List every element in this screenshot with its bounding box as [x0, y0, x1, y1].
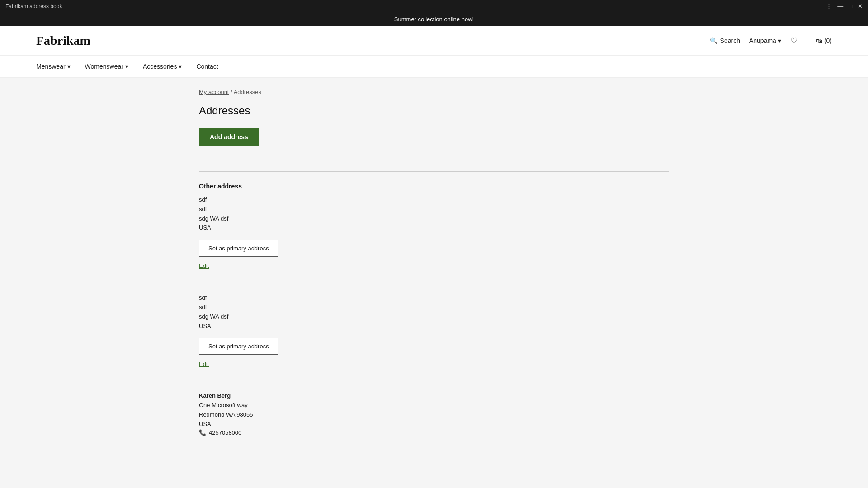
main-content: My account / Addresses Addresses Add add…	[163, 78, 705, 472]
top-banner: Summer collection online now!	[0, 12, 868, 26]
chevron-down-icon: ▾	[67, 63, 71, 70]
address-line: USA	[199, 223, 669, 233]
search-button[interactable]: 🔍 Search	[710, 37, 740, 44]
window-maximize-icon[interactable]: □	[849, 3, 852, 9]
section-divider	[199, 171, 669, 172]
header-right: 🔍 Search Anupama ▾ ♡ 🛍 (0)	[710, 35, 832, 46]
address-line: Redmond WA 98055	[199, 410, 669, 420]
nav-label-womenswear: Womenswear	[85, 63, 123, 70]
edit-link-2[interactable]: Edit	[199, 361, 209, 367]
breadcrumb: My account / Addresses	[199, 89, 669, 95]
address-section-label: Other address	[199, 183, 669, 190]
edit-link-1[interactable]: Edit	[199, 263, 209, 269]
address-line: sdf	[199, 293, 669, 303]
window-title: Fabrikam address book	[5, 3, 62, 9]
page-title: Addresses	[199, 104, 669, 117]
address-block-3: Karen Berg One Microsoft way Redmond WA …	[199, 391, 669, 436]
address-line: sdf	[199, 303, 669, 312]
main-nav: Menswear ▾ Womenswear ▾ Accessories ▾ Co…	[0, 56, 868, 78]
breadcrumb-current: Addresses	[234, 89, 261, 95]
address-line: Karen Berg	[199, 391, 669, 401]
chevron-down-icon: ▾	[125, 63, 128, 70]
address-entry-divider-1	[199, 284, 669, 284]
heart-icon: ♡	[790, 36, 797, 45]
set-primary-button-2[interactable]: Set as primary address	[199, 338, 278, 355]
user-menu-button[interactable]: Anupama ▾	[749, 37, 781, 44]
nav-label-menswear: Menswear	[36, 63, 66, 70]
banner-text: Summer collection online now!	[394, 16, 474, 23]
address-line: USA	[199, 420, 669, 429]
address-line: One Microsoft way	[199, 401, 669, 410]
cart-button[interactable]: 🛍 (0)	[816, 37, 832, 44]
logo[interactable]: Fabrikam	[36, 33, 90, 48]
nav-item-menswear[interactable]: Menswear ▾	[36, 56, 71, 77]
nav-item-womenswear[interactable]: Womenswear ▾	[85, 56, 128, 77]
address-line: sdf	[199, 195, 669, 205]
phone-icon: 📞	[199, 429, 206, 436]
window-controls[interactable]: ⋮ — □ ✕	[826, 3, 863, 9]
breadcrumb-parent[interactable]: My account	[199, 89, 229, 95]
phone-line: 📞 4257058000	[199, 429, 669, 436]
window-title-bar: Fabrikam address book ⋮ — □ ✕	[0, 0, 868, 12]
search-icon: 🔍	[710, 37, 717, 44]
address-line: sdf	[199, 205, 669, 214]
header: Fabrikam 🔍 Search Anupama ▾ ♡ 🛍 (0)	[0, 26, 868, 56]
wishlist-button[interactable]: ♡	[790, 36, 797, 46]
nav-item-accessories[interactable]: Accessories ▾	[143, 56, 182, 77]
bag-icon: 🛍	[816, 37, 822, 44]
window-menu-icon[interactable]: ⋮	[826, 3, 832, 9]
header-divider	[807, 35, 807, 46]
cart-count: (0)	[824, 37, 832, 44]
chevron-down-icon: ▾	[778, 37, 781, 44]
add-address-button[interactable]: Add address	[199, 128, 259, 146]
phone-number: 4257058000	[209, 429, 241, 436]
nav-label-contact: Contact	[196, 63, 218, 70]
address-block-1: sdf sdf sdg WA dsf USA	[199, 195, 669, 233]
address-entry-3: Karen Berg One Microsoft way Redmond WA …	[199, 391, 669, 445]
search-label: Search	[720, 37, 740, 44]
address-entry-1: sdf sdf sdg WA dsf USA Set as primary ad…	[199, 195, 669, 280]
address-entry-divider-2	[199, 382, 669, 382]
nav-item-contact[interactable]: Contact	[196, 56, 218, 77]
user-label: Anupama	[749, 37, 776, 44]
address-line: USA	[199, 322, 669, 331]
window-minimize-icon[interactable]: —	[837, 3, 843, 9]
window-close-icon[interactable]: ✕	[858, 3, 863, 9]
address-block-2: sdf sdf sdg WA dsf USA	[199, 293, 669, 331]
address-line: sdg WA dsf	[199, 214, 669, 224]
chevron-down-icon: ▾	[179, 63, 182, 70]
address-entry-2: sdf sdf sdg WA dsf USA Set as primary ad…	[199, 293, 669, 378]
nav-label-accessories: Accessories	[143, 63, 177, 70]
address-line: sdg WA dsf	[199, 312, 669, 322]
set-primary-button-1[interactable]: Set as primary address	[199, 240, 278, 257]
